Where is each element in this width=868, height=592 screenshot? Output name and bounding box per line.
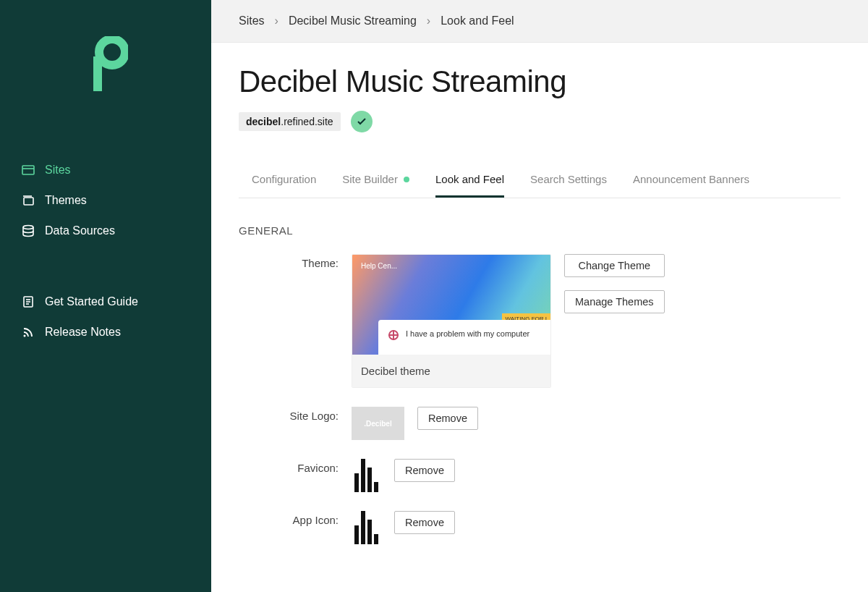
svg-rect-4 <box>24 198 33 205</box>
sidebar: Sites Themes Data Sources Get Starte <box>0 0 211 592</box>
svg-point-10 <box>24 335 26 337</box>
tab-site-builder[interactable]: Site Builder <box>342 166 409 198</box>
manage-themes-button[interactable]: Manage Themes <box>564 290 665 313</box>
breadcrumb-current[interactable]: Look and Feel <box>441 14 514 28</box>
status-ok-badge[interactable] <box>351 111 373 132</box>
app-icon-preview[interactable] <box>352 511 381 544</box>
tabs: Configuration Site Builder Look and Feel… <box>239 166 841 198</box>
main-content: Sites › Decibel Music Streaming › Look a… <box>211 0 868 592</box>
theme-preview-panel-text: I have a problem with my computer <box>406 329 529 339</box>
sidebar-item-sites[interactable]: Sites <box>13 156 198 184</box>
check-icon <box>356 116 367 127</box>
site-logo-preview[interactable]: .Decibel <box>352 407 404 440</box>
status-dot-icon <box>404 177 409 182</box>
change-theme-button[interactable]: Change Theme <box>564 254 665 277</box>
tab-announcement-banners[interactable]: Announcement Banners <box>633 166 749 198</box>
remove-site-logo-button[interactable]: Remove <box>417 407 478 430</box>
breadcrumb: Sites › Decibel Music Streaming › Look a… <box>211 0 868 43</box>
subdomain-row: decibel.refined.site <box>239 111 841 132</box>
setting-label-site-logo: Site Logo: <box>239 407 352 422</box>
sidebar-item-label: Themes <box>45 194 87 207</box>
setting-label-app-icon: App Icon: <box>239 511 352 526</box>
nav-primary: Sites Themes Data Sources <box>0 156 211 245</box>
theme-preview-card[interactable]: Help Cen... WAITING FOR I I have a probl… <box>352 254 551 388</box>
setting-label-favicon: Favicon: <box>239 459 352 474</box>
page-title: Decibel Music Streaming <box>239 64 841 99</box>
target-icon <box>388 330 399 340</box>
subdomain-chip: decibel.refined.site <box>239 112 341 131</box>
sidebar-item-get-started[interactable]: Get Started Guide <box>13 288 198 316</box>
theme-caption: Decibel theme <box>352 355 550 387</box>
theme-preview-hero: Help Cen... WAITING FOR I I have a probl… <box>352 255 550 355</box>
setting-row-site-logo: Site Logo: .Decibel Remove <box>239 407 841 440</box>
theme-preview-panel: I have a problem with my computer <box>378 320 550 355</box>
svg-point-5 <box>23 226 33 229</box>
chevron-right-icon: › <box>275 14 278 28</box>
breadcrumb-site-name[interactable]: Decibel Music Streaming <box>289 14 417 28</box>
setting-row-app-icon: App Icon: Remove <box>239 511 841 544</box>
remove-app-icon-button[interactable]: Remove <box>394 511 455 534</box>
document-icon <box>22 295 35 308</box>
sidebar-item-release-notes[interactable]: Release Notes <box>13 318 198 346</box>
sidebar-item-label: Data Sources <box>45 224 115 237</box>
setting-row-theme: Theme: Help Cen... WAITING FOR I I have … <box>239 254 841 388</box>
favicon-preview[interactable] <box>352 459 381 492</box>
sidebar-item-label: Sites <box>45 164 71 177</box>
nav-secondary: Get Started Guide Release Notes <box>0 288 211 346</box>
remove-favicon-button[interactable]: Remove <box>394 459 455 482</box>
svg-point-0 <box>99 39 125 65</box>
sidebar-item-label: Release Notes <box>45 326 121 339</box>
tab-search-settings[interactable]: Search Settings <box>530 166 607 198</box>
svg-rect-2 <box>22 166 34 174</box>
sidebar-item-label: Get Started Guide <box>45 295 138 308</box>
tab-look-and-feel[interactable]: Look and Feel <box>435 166 504 198</box>
chevron-right-icon: › <box>427 14 430 28</box>
theme-preview-title: Help Cen... <box>361 262 542 270</box>
setting-label-theme: Theme: <box>239 254 352 269</box>
brand-logo <box>0 36 211 91</box>
rss-icon <box>22 326 35 339</box>
section-heading-general: GENERAL <box>239 224 841 237</box>
tab-configuration[interactable]: Configuration <box>252 166 316 198</box>
breadcrumb-sites[interactable]: Sites <box>239 14 265 28</box>
database-icon <box>22 224 35 237</box>
stack-icon <box>22 194 35 207</box>
sidebar-item-data-sources[interactable]: Data Sources <box>13 217 198 245</box>
svg-rect-1 <box>93 56 102 91</box>
sidebar-item-themes[interactable]: Themes <box>13 187 198 214</box>
setting-row-favicon: Favicon: Remove <box>239 459 841 492</box>
window-icon <box>22 164 35 177</box>
